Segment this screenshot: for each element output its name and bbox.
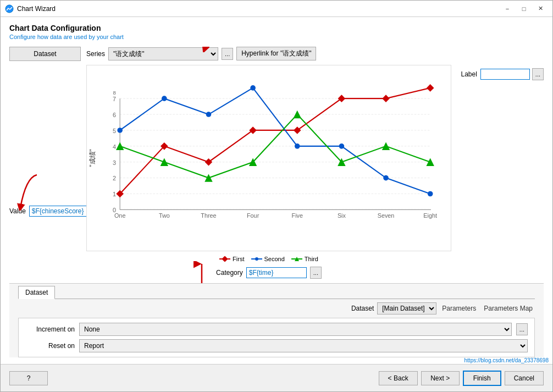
back-button[interactable]: < Back: [379, 371, 418, 385]
reset-select[interactable]: None Report Page: [79, 339, 528, 352]
left-panel: Dataset Value ...: [9, 47, 81, 283]
value-label: Value: [9, 207, 26, 215]
svg-text:7: 7: [113, 96, 116, 102]
svg-rect-54: [222, 256, 228, 262]
increment-label: Increment on: [25, 325, 75, 333]
page-title: Chart Data Configuration: [9, 24, 544, 32]
dataset-header-label: Dataset: [351, 305, 374, 312]
next-button[interactable]: Next >: [421, 371, 460, 385]
legend-third-icon: [291, 256, 302, 262]
chart-legend: First Second: [86, 256, 451, 262]
category-label: Category: [216, 269, 243, 277]
legend-third: Third: [291, 256, 318, 262]
svg-point-44: [428, 191, 433, 197]
chart-area: "成绩": [86, 65, 451, 251]
tabs-area: Dataset Dataset [Main Dataset] Parameter…: [9, 283, 544, 357]
svg-text:Six: Six: [338, 212, 346, 219]
increment-select[interactable]: None Report Page: [79, 323, 512, 336]
svg-text:5: 5: [113, 128, 116, 134]
watermark: https://blog.csdn.net/da_23378698: [464, 357, 549, 363]
increment-dots-button[interactable]: ...: [516, 323, 528, 335]
series-row: Series "语文成绩" ... Hyperlink for "语文成绩": [86, 47, 544, 60]
title-bar: Chart Wizard − □ ✕: [1, 1, 552, 17]
dataset-header: Dataset [Main Dataset] Parameters Parame…: [18, 299, 535, 318]
help-button[interactable]: ?: [9, 371, 48, 385]
svg-text:Eight: Eight: [423, 212, 437, 219]
form-grid: Increment on None Report Page ... Reset …: [18, 318, 535, 357]
category-row: Category ...: [86, 267, 451, 279]
dialog-content: Chart Data Configuration Configure how d…: [1, 17, 552, 364]
svg-text:Seven: Seven: [378, 212, 395, 219]
svg-text:Five: Five: [292, 212, 303, 219]
legend-second-label: Second: [264, 256, 285, 262]
svg-text:Four: Four: [247, 212, 259, 219]
series-select[interactable]: "语文成绩": [108, 47, 218, 60]
parameters-map-button[interactable]: Parameters Map: [482, 303, 535, 313]
dataset-select[interactable]: [Main Dataset]: [377, 302, 436, 314]
label-row: Label ...: [456, 68, 544, 80]
window-title: Chart Wizard: [17, 5, 56, 13]
series-label: Series: [86, 50, 105, 58]
increment-row: Increment on None Report Page ...: [25, 323, 528, 336]
svg-rect-31: [205, 158, 213, 166]
svg-point-42: [339, 143, 345, 149]
label-dots-button[interactable]: ...: [532, 68, 544, 80]
reset-label: Reset on: [25, 342, 75, 350]
svg-text:"成绩": "成绩": [89, 149, 96, 167]
svg-point-38: [162, 96, 167, 101]
svg-rect-33: [294, 126, 301, 134]
series-dots-button[interactable]: ...: [222, 48, 233, 60]
svg-point-56: [255, 257, 258, 261]
value-input[interactable]: [29, 206, 90, 217]
svg-text:2: 2: [113, 175, 116, 181]
page-subtitle: Configure how data are used by your char…: [9, 34, 544, 40]
legend-second-icon: [251, 256, 262, 262]
minimize-button[interactable]: −: [500, 3, 515, 14]
category-dots-button[interactable]: ...: [310, 267, 322, 279]
finish-button[interactable]: Finish: [463, 371, 501, 386]
cancel-button[interactable]: Cancel: [505, 371, 544, 385]
category-input[interactable]: [246, 267, 307, 278]
legend-first-icon: [219, 256, 230, 262]
svg-point-40: [250, 85, 256, 91]
svg-point-37: [117, 128, 123, 133]
label-field-label: Label: [461, 70, 477, 78]
svg-point-41: [295, 143, 300, 149]
legend-third-label: Third: [305, 256, 318, 262]
svg-rect-35: [382, 95, 390, 102]
hyperlink-button[interactable]: Hyperlink for "语文成绩": [236, 47, 316, 60]
tab-bar: Dataset: [18, 284, 535, 299]
chart-svg: "成绩": [87, 65, 451, 251]
legend-first: First: [219, 256, 244, 262]
svg-text:4: 4: [113, 143, 116, 150]
svg-text:8: 8: [113, 90, 116, 96]
parameters-button[interactable]: Parameters: [440, 303, 478, 313]
value-row: Value ...: [9, 205, 81, 217]
svg-rect-32: [249, 126, 257, 134]
category-dataset-button[interactable]: Dataset: [9, 47, 81, 61]
label-input[interactable]: [480, 69, 530, 80]
svg-rect-36: [427, 84, 434, 92]
reset-row: Reset on None Report Page: [25, 339, 528, 352]
footer: ? < Back Next > Finish Cancel: [1, 364, 552, 391]
svg-text:One: One: [114, 212, 125, 219]
svg-rect-34: [338, 95, 346, 102]
legend-first-label: First: [233, 256, 244, 262]
tab-dataset[interactable]: Dataset: [18, 286, 55, 299]
legend-second: Second: [251, 256, 285, 262]
footer-buttons: < Back Next > Finish Cancel: [379, 371, 544, 386]
main-area: Dataset Value ...: [9, 47, 544, 283]
svg-marker-52: [426, 158, 434, 166]
svg-text:Two: Two: [159, 212, 170, 219]
svg-text:3: 3: [113, 159, 116, 166]
right-panel: Series "语文成绩" ... Hyperlink for "语文成绩": [86, 47, 544, 283]
maximize-button[interactable]: □: [516, 3, 532, 14]
svg-marker-45: [116, 142, 124, 150]
svg-text:1: 1: [113, 191, 116, 197]
svg-marker-47: [204, 174, 212, 181]
svg-point-39: [206, 112, 212, 117]
svg-text:Three: Three: [201, 212, 216, 219]
app-icon: [5, 4, 14, 13]
close-button[interactable]: ✕: [533, 3, 548, 14]
help-icon: ?: [27, 374, 31, 382]
